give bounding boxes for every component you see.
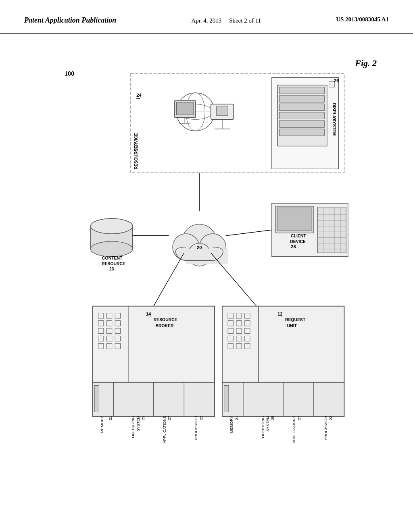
svg-text:SYSTEM: SYSTEM — [265, 416, 270, 431]
main-content: Fig. 2 100 24 SERVICE RESOURCE — [0, 34, 413, 517]
svg-text:26: 26 — [334, 78, 339, 83]
svg-text:SYSTEM: SYSTEM — [332, 118, 336, 135]
svg-point-32 — [91, 218, 133, 234]
svg-text:25: 25 — [141, 416, 145, 420]
svg-rect-21 — [280, 95, 325, 102]
svg-rect-46 — [317, 207, 346, 252]
svg-line-63 — [226, 230, 271, 235]
svg-text:CLIENT: CLIENT — [291, 234, 306, 238]
svg-text:22: 22 — [328, 416, 333, 420]
svg-text:OPERATING: OPERATING — [131, 416, 135, 438]
svg-rect-100 — [94, 385, 99, 412]
svg-text:REQUEST: REQUEST — [285, 318, 306, 322]
svg-text:CONTENT: CONTENT — [102, 256, 123, 260]
svg-text:27: 27 — [167, 416, 171, 420]
svg-text:22: 22 — [199, 416, 203, 420]
svg-text:12: 12 — [277, 312, 283, 316]
svg-text:UNIT: UNIT — [287, 323, 297, 328]
svg-text:21: 21 — [234, 416, 239, 420]
diagram-container: 24 SERVICE RESOURCE — [48, 66, 381, 485]
svg-text:MEMORY: MEMORY — [229, 416, 234, 433]
svg-rect-23 — [280, 112, 325, 119]
svg-text:DISPLAY: DISPLAY — [332, 103, 336, 121]
svg-rect-24 — [280, 121, 325, 127]
svg-text:14: 14 — [146, 312, 151, 316]
svg-text:APPLICATIONS: APPLICATIONS — [292, 416, 296, 443]
svg-text:PROCESSOR: PROCESSOR — [323, 416, 328, 440]
svg-rect-10 — [217, 106, 228, 116]
svg-rect-135 — [224, 385, 229, 412]
page-header: Patent Application Publication Apr. 4, 2… — [0, 0, 413, 34]
svg-rect-101 — [222, 306, 344, 382]
svg-text:24: 24 — [136, 92, 142, 97]
svg-rect-14 — [176, 102, 194, 114]
svg-text:SYSTEM: SYSTEM — [136, 416, 140, 431]
svg-rect-22 — [280, 104, 325, 110]
svg-text:DEVICE: DEVICE — [290, 239, 306, 243]
svg-text:20: 20 — [197, 245, 202, 249]
svg-line-64 — [154, 253, 184, 306]
svg-rect-20 — [280, 87, 325, 94]
svg-text:MEMORY: MEMORY — [100, 416, 104, 433]
publication-title: Patent Application Publication — [24, 16, 116, 25]
svg-text:25: 25 — [270, 416, 275, 420]
sheet-info: Sheet 2 of 11 — [229, 17, 261, 24]
svg-text:RESOURCE: RESOURCE — [134, 145, 138, 169]
svg-text:RESOURCE: RESOURCE — [154, 318, 177, 322]
svg-text:21: 21 — [108, 416, 113, 420]
svg-text:RESOURCE: RESOURCE — [102, 261, 125, 266]
svg-text:APPLICATIONS: APPLICATIONS — [162, 416, 167, 443]
svg-rect-25 — [280, 129, 325, 136]
svg-text:28: 28 — [291, 244, 296, 249]
svg-point-31 — [91, 241, 133, 256]
svg-text:BROKER: BROKER — [155, 323, 174, 328]
svg-text:OPERATING: OPERATING — [261, 416, 265, 438]
publication-date: Apr. 4, 2013 — [191, 17, 221, 24]
svg-rect-45 — [277, 208, 312, 231]
header-center: Apr. 4, 2013 Sheet 2 of 11 — [191, 16, 261, 25]
svg-text:27: 27 — [297, 416, 301, 420]
svg-text:23: 23 — [109, 266, 114, 271]
patent-number: US 2013/0083045 A1 — [336, 16, 389, 23]
svg-text:PROCESSOR: PROCESSOR — [194, 416, 198, 440]
svg-line-65 — [211, 253, 257, 306]
